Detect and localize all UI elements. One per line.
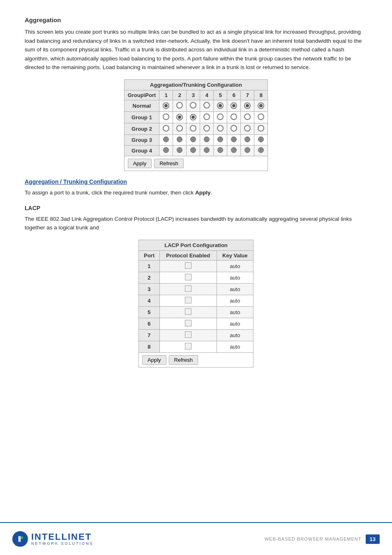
radio-cell[interactable] [159, 111, 173, 123]
radio-active-icon[interactable] [203, 113, 210, 120]
radio-active-icon[interactable] [190, 102, 196, 109]
lacp-protocol-cell[interactable] [159, 272, 217, 283]
logo-icon [15, 534, 25, 544]
radio-cell[interactable] [159, 134, 173, 145]
radio-active-icon[interactable] [217, 102, 224, 109]
radio-cell[interactable] [241, 145, 254, 156]
radio-active-icon[interactable] [244, 102, 251, 109]
radio-cell[interactable] [187, 111, 200, 123]
lacp-apply-button[interactable]: Apply [142, 355, 166, 365]
radio-cell[interactable] [227, 123, 241, 134]
lacp-protocol-cell[interactable] [159, 341, 217, 352]
table-row: 6auto [139, 318, 254, 329]
radio-active-icon[interactable] [176, 125, 183, 132]
radio-active-icon[interactable] [203, 102, 210, 109]
radio-cell[interactable] [241, 111, 254, 123]
header-4: 4 [200, 90, 214, 100]
radio-cell[interactable] [200, 100, 214, 111]
radio-active-icon[interactable] [190, 114, 196, 120]
radio-cell[interactable] [254, 111, 268, 123]
lacp-port-cell: 5 [139, 306, 160, 318]
aggregation-apply-button[interactable]: Apply [128, 159, 152, 168]
protocol-checkbox[interactable] [185, 297, 191, 303]
lacp-protocol-cell[interactable] [159, 283, 217, 295]
radio-cell[interactable] [241, 100, 254, 111]
protocol-checkbox[interactable] [185, 320, 191, 326]
radio-cell[interactable] [200, 123, 214, 134]
radio-active-icon[interactable] [163, 113, 169, 120]
radio-active-icon[interactable] [231, 102, 237, 109]
radio-active-icon[interactable] [258, 102, 264, 109]
radio-active-icon[interactable] [163, 102, 169, 109]
protocol-checkbox[interactable] [185, 262, 191, 269]
protocol-checkbox[interactable] [185, 285, 191, 292]
radio-cell[interactable] [214, 134, 227, 145]
row-label: Group 4 [124, 145, 159, 156]
radio-cell[interactable] [214, 111, 227, 123]
radio-cell[interactable] [173, 123, 187, 134]
protocol-checkbox[interactable] [185, 343, 191, 349]
lacp-protocol-cell[interactable] [159, 260, 217, 272]
radio-active-icon[interactable] [258, 113, 264, 120]
radio-inactive-icon [190, 136, 196, 142]
radio-cell[interactable] [200, 145, 214, 156]
radio-cell[interactable] [173, 111, 187, 123]
radio-cell[interactable] [227, 100, 241, 111]
radio-cell[interactable] [254, 123, 268, 134]
lacp-protocol-cell[interactable] [159, 329, 217, 341]
radio-cell[interactable] [227, 145, 241, 156]
radio-cell[interactable] [187, 134, 200, 145]
radio-active-icon[interactable] [244, 125, 251, 132]
radio-cell[interactable] [200, 134, 214, 145]
header-5: 5 [214, 90, 227, 100]
radio-cell[interactable] [227, 111, 241, 123]
radio-cell[interactable] [173, 134, 187, 145]
protocol-checkbox[interactable] [185, 331, 191, 338]
radio-cell[interactable] [254, 134, 268, 145]
radio-cell[interactable] [254, 145, 268, 156]
radio-cell[interactable] [214, 123, 227, 134]
radio-cell[interactable] [159, 100, 173, 111]
lacp-port-cell: 6 [139, 318, 160, 329]
radio-active-icon[interactable] [217, 113, 224, 120]
radio-cell[interactable] [187, 123, 200, 134]
lacp-protocol-cell[interactable] [159, 318, 217, 329]
radio-active-icon[interactable] [231, 125, 237, 132]
radio-active-icon[interactable] [176, 114, 183, 120]
radio-cell[interactable] [241, 134, 254, 145]
radio-cell[interactable] [187, 145, 200, 156]
radio-active-icon[interactable] [176, 102, 183, 109]
aggregation-title: Aggregation [25, 16, 367, 23]
protocol-checkbox[interactable] [185, 274, 191, 280]
radio-cell[interactable] [241, 123, 254, 134]
radio-active-icon[interactable] [244, 113, 251, 120]
aggregation-refresh-button[interactable]: Refresh [154, 159, 184, 168]
lacp-protocol-cell[interactable] [159, 295, 217, 306]
radio-cell[interactable] [200, 111, 214, 123]
radio-active-icon[interactable] [190, 125, 196, 132]
radio-active-icon[interactable] [231, 113, 237, 120]
table-row: Normal [124, 100, 268, 111]
aggregation-trunking-description: To assign a port to a trunk, click the r… [25, 188, 367, 197]
header-2: 2 [173, 90, 187, 100]
radio-active-icon[interactable] [258, 125, 264, 132]
radio-cell[interactable] [173, 145, 187, 156]
header-6: 6 [227, 90, 241, 100]
radio-cell[interactable] [159, 123, 173, 134]
radio-cell[interactable] [214, 100, 227, 111]
radio-active-icon[interactable] [163, 125, 169, 132]
radio-cell[interactable] [187, 100, 200, 111]
radio-active-icon[interactable] [203, 125, 210, 132]
lacp-protocol-cell[interactable] [159, 306, 217, 318]
lacp-key-cell: auto [217, 260, 253, 272]
protocol-checkbox[interactable] [185, 308, 191, 315]
radio-cell[interactable] [227, 134, 241, 145]
radio-cell[interactable] [173, 100, 187, 111]
radio-active-icon[interactable] [217, 125, 224, 132]
radio-cell[interactable] [254, 100, 268, 111]
footer-logo: INTELLINET NETWORK SOLUTIONS [12, 531, 94, 547]
radio-cell[interactable] [214, 145, 227, 156]
radio-cell[interactable] [159, 145, 173, 156]
lacp-refresh-button[interactable]: Refresh [169, 355, 198, 365]
table-row: 7auto [139, 329, 254, 341]
